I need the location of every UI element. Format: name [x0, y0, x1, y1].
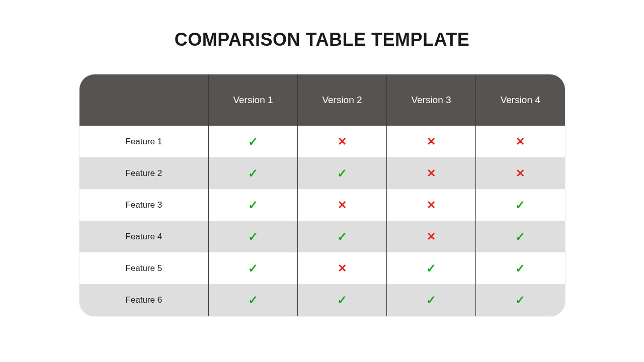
cell: ✓: [209, 221, 298, 252]
header-version-1: Version 1: [209, 74, 298, 126]
cell: ✓: [209, 157, 298, 189]
comparison-table-element: Version 1 Version 2 Version 3 Version 4 …: [79, 74, 565, 316]
cross-icon: ✕: [427, 135, 436, 148]
cell: ✓: [387, 284, 476, 316]
cell: ✓: [209, 189, 298, 221]
cell: ✕: [476, 157, 565, 189]
header-version-3: Version 3: [387, 74, 476, 126]
cell: ✓: [209, 284, 298, 316]
cell: ✓: [298, 157, 387, 189]
check-icon: ✓: [426, 293, 436, 307]
feature-label: Feature 5: [79, 252, 209, 284]
cell: ✕: [298, 252, 387, 284]
cross-icon: ✕: [427, 167, 436, 179]
cell: ✓: [476, 189, 565, 221]
cell: ✓: [209, 126, 298, 157]
cell: ✕: [476, 126, 565, 157]
check-icon: ✓: [248, 293, 258, 307]
feature-label: Feature 4: [79, 221, 209, 252]
cross-icon: ✕: [427, 199, 436, 211]
table-header-row: Version 1 Version 2 Version 3 Version 4: [79, 74, 565, 126]
check-icon: ✓: [515, 261, 525, 275]
check-icon: ✓: [515, 293, 525, 307]
check-icon: ✓: [248, 135, 258, 148]
feature-label: Feature 3: [79, 189, 209, 221]
check-icon: ✓: [515, 198, 525, 212]
table-row: Feature 6✓✓✓✓: [79, 284, 565, 316]
cell: ✕: [387, 157, 476, 189]
cell: ✕: [387, 221, 476, 252]
cross-icon: ✕: [338, 262, 347, 275]
check-icon: ✓: [426, 261, 436, 275]
table-row: Feature 4✓✓✕✓: [79, 221, 565, 252]
feature-label: Feature 2: [79, 157, 209, 189]
cell: ✓: [387, 252, 476, 284]
cell: ✓: [476, 221, 565, 252]
cell: ✓: [476, 284, 565, 316]
cell: ✓: [476, 252, 565, 284]
check-icon: ✓: [337, 230, 347, 243]
table-row: Feature 5✓✕✓✓: [79, 252, 565, 284]
feature-label: Feature 6: [79, 284, 209, 316]
cell: ✓: [298, 221, 387, 252]
check-icon: ✓: [248, 198, 258, 212]
cell: ✕: [298, 189, 387, 221]
table-row: Feature 1✓✕✕✕: [79, 126, 565, 157]
table-row: Feature 2✓✓✕✕: [79, 157, 565, 189]
cell: ✓: [209, 252, 298, 284]
cell: ✓: [298, 284, 387, 316]
header-version-2: Version 2: [298, 74, 387, 126]
check-icon: ✓: [248, 261, 258, 275]
table-row: Feature 3✓✕✕✓: [79, 189, 565, 221]
check-icon: ✓: [248, 166, 258, 180]
cross-icon: ✕: [338, 135, 347, 148]
check-icon: ✓: [515, 230, 525, 243]
table-body: Feature 1✓✕✕✕Feature 2✓✓✕✕Feature 3✓✕✕✓F…: [79, 126, 565, 316]
header-blank: [79, 74, 209, 126]
check-icon: ✓: [337, 166, 347, 180]
cell: ✕: [298, 126, 387, 157]
cross-icon: ✕: [516, 135, 525, 148]
check-icon: ✓: [248, 230, 258, 243]
header-version-4: Version 4: [476, 74, 565, 126]
cell: ✕: [387, 126, 476, 157]
feature-label: Feature 1: [79, 126, 209, 157]
cross-icon: ✕: [338, 199, 347, 211]
page-title: COMPARISON TABLE TEMPLATE: [175, 29, 469, 50]
cell: ✕: [387, 189, 476, 221]
cross-icon: ✕: [516, 167, 525, 179]
check-icon: ✓: [337, 293, 347, 307]
comparison-table: Version 1 Version 2 Version 3 Version 4 …: [79, 74, 565, 316]
cross-icon: ✕: [427, 230, 436, 243]
